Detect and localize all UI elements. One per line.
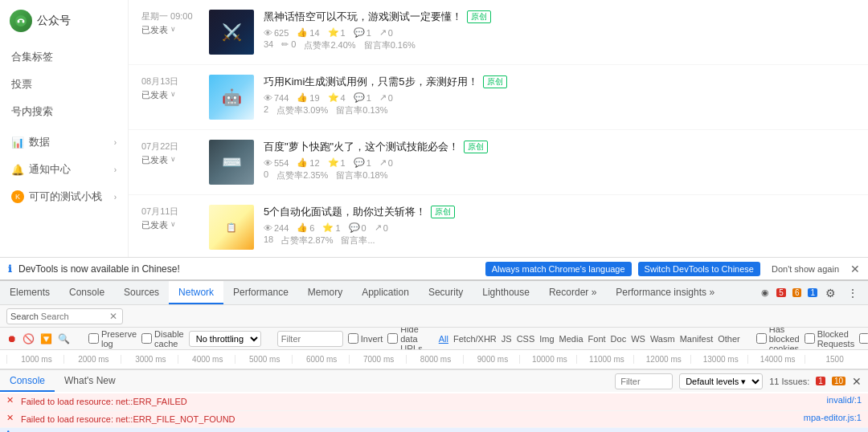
article-info-3: 百度"萝卜快跑"火了，这个测试技能必会！ 原创 👁 554 👍 12 ⭐ 1 💬… [264,140,855,181]
more-icon[interactable]: ⋮ [844,287,862,300]
search-clear-button[interactable]: ✕ [108,311,119,322]
eye-icon-3: 👁 [264,158,272,168]
article-stats2-2: 2 点赞率3.09% 留言率0.13% [264,104,855,116]
sidebar-item-data[interactable]: 📊 数据 › [0,128,128,156]
share-icon-3: ↗ [379,157,387,168]
invert-checkbox-item: Invert [348,333,383,344]
console-filter-input[interactable] [616,377,672,386]
blocked-requests-checkbox[interactable] [805,333,815,344]
search-input[interactable] [41,312,105,321]
article-status-arrow-2: ∨ [170,89,176,100]
article-item-2: 08月13日 已发表 ∨ 🤖 巧用Kimi生成测试用例，只需5步，亲测好用！ 原… [129,65,868,130]
sidebar-item-collection[interactable]: 合集标签 [0,43,128,71]
filter-media[interactable]: Media [559,334,583,344]
dont-show-button[interactable]: Don't show again [767,262,844,276]
badge-blue: 1 [808,288,817,297]
article-badge-3: 原创 [464,141,488,153]
tab-console[interactable]: Console [59,281,114,304]
tab-perf-insights[interactable]: Performance insights » [606,281,724,304]
tab-lighthouse[interactable]: Lighthouse [473,281,539,304]
disable-cache-checkbox[interactable] [141,333,152,344]
throttling-select[interactable]: No throttling [189,331,261,347]
marker-3: 3000 ms [121,355,178,364]
blocked-requests-label: Blocked Requests [817,329,854,348]
filter-toggle-button[interactable]: 🔽 [38,332,55,346]
filter-font[interactable]: Font [588,334,606,344]
star-icon-1: ⭐ [328,27,339,38]
blocked-cookies-checkbox[interactable] [756,333,767,344]
log-text-2: Failed to load resource: net::ERR_FILE_N… [21,413,804,426]
gear-icon[interactable]: ⚙ [822,287,839,300]
tab-sources[interactable]: Sources [114,281,169,304]
svg-point-2 [23,21,25,23]
filter-manifest[interactable]: Manifest [680,334,714,344]
article-list: 星期一 09:00 已发表 ∨ ⚔️ 黑神话悟空可以不玩，游戏测试一定要懂！ 原… [129,0,868,257]
sidebar-item-search[interactable]: 号内搜索 [0,98,128,125]
log-link-2[interactable]: mpa-editor.js:1 [804,413,862,422]
filter-ws[interactable]: WS [631,334,645,344]
article-date-line1-3: 07月22日 [141,140,199,153]
tab-recorder[interactable]: Recorder » [539,281,606,304]
clear-button[interactable]: 🚫 [20,332,37,346]
article-title-row-4: 5个自动化面试题，助你过关斩将！ 原创 [264,205,855,219]
star-icon-4: ⭐ [322,222,334,233]
share-icon-4: ↗ [375,222,382,233]
preserve-log-checkbox-item: Preserve log [88,329,137,348]
article-title-4: 5个自动化面试题，助你过关斩将！ [264,205,426,219]
search-toggle-button[interactable]: 🔍 [55,332,72,346]
error-icon-2: ✕ [6,413,18,423]
sidebar-section-links: 合集标签 投票 号内搜索 [0,42,128,127]
log-link-1[interactable]: invalid/:1 [827,395,862,405]
tab-elements[interactable]: Elements [0,281,59,304]
console-bottom-bar: Console What's New Default levels ▾ 11 I… [0,369,868,392]
tab-console-bottom[interactable]: Console [0,370,55,392]
tab-security[interactable]: Security [419,281,473,304]
tab-network[interactable]: Network [169,281,223,304]
issues-red-badge: 1 [816,377,825,385]
tab-performance[interactable]: Performance [223,281,298,304]
tab-application[interactable]: Application [352,281,419,304]
sidebar-item-vote[interactable]: 投票 [0,71,128,98]
article-status-arrow-1: ∨ [170,24,176,35]
filter-fetch[interactable]: Fetch/XHR [453,334,497,344]
filter-input[interactable] [278,334,342,344]
article-title-3: 百度"萝卜快跑"火了，这个测试技能必会！ [264,140,459,154]
filter-img[interactable]: Img [539,334,554,344]
article-status-arrow-3: ∨ [170,154,176,165]
network-toolbar: ⏺ 🚫 🔽 🔍 Preserve log Disable cache No th… [0,328,868,350]
invert-checkbox[interactable] [348,333,358,344]
article-title-2: 巧用Kimi生成测试用例，只需5步，亲测好用！ [264,75,478,89]
record-button[interactable]: ⏺ [5,332,19,346]
sidebar-item-keke[interactable]: K 可可的测试小栈 › [0,183,128,210]
tab-whats-new[interactable]: What's New [55,370,125,392]
filter-css[interactable]: CSS [517,334,535,344]
always-match-button[interactable]: Always match Chrome's language [485,262,632,276]
filter-js[interactable]: JS [502,334,512,344]
marker-15: 1500 [805,355,862,364]
notify-close-button[interactable]: ✕ [850,263,860,275]
marker-5: 5000 ms [235,355,292,364]
filter-other[interactable]: Other [718,334,740,344]
log-text-1: Failed to load resource: net::ERR_FAILED [21,395,827,409]
hide-data-checkbox[interactable] [387,333,398,344]
blocked-cookies-item: Has blocked cookies [756,328,800,350]
third-party-item: 3rd-party requests [859,328,868,350]
article-thumb-2: 🤖 [209,75,254,120]
filter-doc[interactable]: Doc [611,334,627,344]
preserve-log-checkbox[interactable] [88,333,99,344]
article-title-1: 黑神话悟空可以不玩，游戏测试一定要懂！ [264,10,462,24]
disable-cache-checkbox-item: Disable cache [141,329,184,348]
article-thumb-3: ⌨️ [209,140,254,185]
sidebar-item-notify[interactable]: 🔔 通知中心 › [0,156,128,183]
filter-wasm[interactable]: Wasm [650,334,675,344]
tab-memory[interactable]: Memory [298,281,352,304]
article-info-2: 巧用Kimi生成测试用例，只需5步，亲测好用！ 原创 👁 744 👍 19 ⭐ … [264,75,855,116]
filter-all[interactable]: All [439,334,448,344]
console-close-button[interactable]: ✕ [852,375,862,388]
console-level-select[interactable]: Default levels ▾ [679,373,763,389]
share-icon-2: ↗ [379,92,387,103]
switch-devtools-button[interactable]: Switch DevTools to Chinese [638,262,760,276]
article-stats-4: 👁 244 👍 6 ⭐ 1 💬 0 ↗ 0 [264,222,855,233]
third-party-checkbox[interactable] [859,333,868,344]
invert-label: Invert [361,334,383,344]
